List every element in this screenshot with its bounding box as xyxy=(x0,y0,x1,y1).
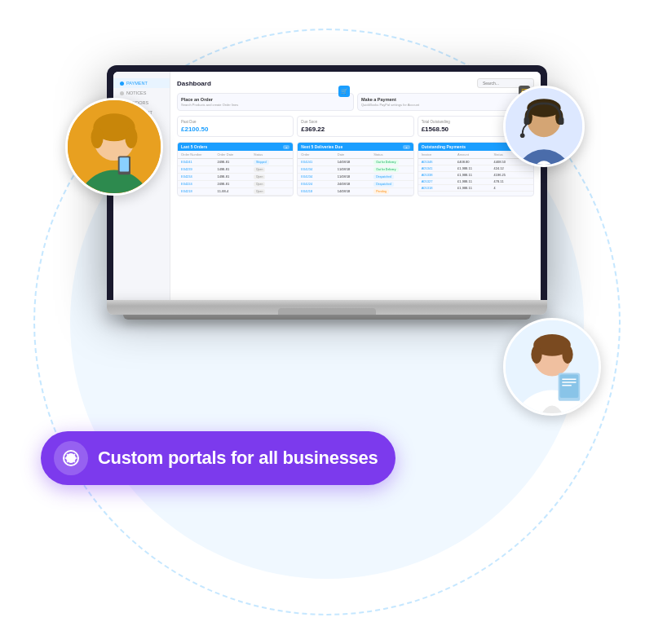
inv-amount-1: £408.80 xyxy=(457,160,493,164)
sidebar-dot-payment xyxy=(120,82,124,86)
order-status-5: Open xyxy=(254,189,289,194)
table-row: E04234 11/08/18 Out for Delivery xyxy=(298,166,413,174)
inv-amount-2: £1,988.11 xyxy=(457,166,493,170)
stat-due-soon-label: Due Soon xyxy=(301,120,409,124)
status-badge-open-4: Open xyxy=(254,182,266,187)
del-status-5: Pending xyxy=(373,189,409,194)
order-date-1: 2498-81 xyxy=(217,160,253,165)
badge-label: Custom portals for all businesses xyxy=(98,448,378,469)
del-date-2: 11/08/18 xyxy=(338,167,373,172)
laptop-screen: PAYMENT NOTICES VENDORS DOCUMENT xyxy=(113,72,541,300)
sidebar-label-notices: NOTICES xyxy=(126,90,146,95)
del-status-badge-4: Despatched xyxy=(373,182,394,187)
del-status-badge-2: Out for Delivery xyxy=(373,167,398,172)
sidebar-item-notices[interactable]: NOTICES xyxy=(113,88,170,98)
order-num-5[interactable]: E04218 xyxy=(181,189,217,194)
table-orders-title: Last 5 Orders xyxy=(181,144,207,149)
del-status-badge-3: Despatched xyxy=(373,174,394,179)
del-order-4[interactable]: E04224 xyxy=(301,182,337,187)
order-card-title: Place an Order xyxy=(181,97,350,102)
order-status-3: Open xyxy=(254,174,289,179)
avatar-man-right xyxy=(503,86,585,167)
table-deliveries: Next 5 Deliveries Due + Order Date Statu… xyxy=(297,142,413,196)
scene: PAYMENT NOTICES VENDORS DOCUMENT xyxy=(0,0,654,644)
status-badge-open-5: Open xyxy=(254,189,266,194)
table-row: E04234 11/08/18 Despatched xyxy=(298,174,413,181)
stat-past-due-label: Past Due xyxy=(181,120,289,124)
del-status-badge-5: Pending xyxy=(373,189,389,194)
laptop-base xyxy=(107,300,547,315)
dashboard-topbar: Dashboard xyxy=(177,78,534,88)
svg-point-5 xyxy=(125,126,137,148)
svg-rect-16 xyxy=(559,117,564,125)
order-card-sub: Search Products and create Order lines xyxy=(181,103,350,107)
del-status-1: Out for Delivery xyxy=(373,160,409,165)
order-date-4: 2498-81 xyxy=(217,182,253,187)
quick-action-order[interactable]: 🛒 Place an Order Search Products and cre… xyxy=(177,93,354,111)
dashboard-title: Dashboard xyxy=(177,80,211,87)
payment-card-title: Make a Payment xyxy=(361,97,530,102)
stat-past-due-value: £2100.50 xyxy=(181,126,289,133)
col-del-date: Date xyxy=(338,152,373,157)
custom-portals-badge: Custom portals for all businesses xyxy=(41,431,395,485)
stats-row: Past Due £2100.50 Due Soon £369.22 Total… xyxy=(177,116,534,137)
svg-point-24 xyxy=(562,345,572,364)
inv-num-2[interactable]: A05341 xyxy=(422,166,457,170)
tables-row: Last 5 Orders + Order Number Order Date … xyxy=(177,142,534,196)
dashboard-main: Dashboard 🛒 Place an Order Search Produc… xyxy=(170,72,541,300)
order-date-5: 11-88-4 xyxy=(217,189,253,194)
inv-num-5[interactable]: A05318 xyxy=(422,186,457,190)
svg-point-17 xyxy=(520,133,525,138)
table-row: A05327 £1,988.11 £78.11 xyxy=(418,179,533,185)
inv-amount-5: £1,988.11 xyxy=(457,186,493,190)
order-num-4[interactable]: E04224 xyxy=(181,182,217,187)
svg-point-4 xyxy=(91,126,104,148)
stat-past-due: Past Due £2100.50 xyxy=(177,116,294,137)
table-row: A05341 £1,988.11 £24.12 xyxy=(418,165,533,172)
order-num-3[interactable]: E04234 xyxy=(181,174,217,179)
table-deliveries-title: Next 5 Deliveries Due xyxy=(301,144,342,149)
svg-rect-7 xyxy=(120,157,129,171)
table-row: A05318 £1,988.11 £ xyxy=(418,185,533,192)
table-orders: Last 5 Orders + Order Number Order Date … xyxy=(177,142,294,196)
col-del-status: Status xyxy=(373,152,409,157)
del-status-2: Out for Delivery xyxy=(373,167,409,172)
laptop-foot xyxy=(123,315,531,320)
del-order-1[interactable]: E04241 xyxy=(301,160,337,165)
order-date-2: 1498-81 xyxy=(217,167,253,172)
table-orders-badge: + xyxy=(283,145,289,149)
inv-num-1[interactable]: A05346 xyxy=(422,160,457,164)
del-status-badge-1: Out for Delivery xyxy=(373,160,398,165)
table-row: A05338 £1,988.11 £196.25 xyxy=(418,172,533,179)
inv-status-4: £78.11 xyxy=(494,179,530,183)
table-payments-title: Outstanding Payments xyxy=(422,144,466,149)
order-num-1[interactable]: E04241 xyxy=(181,160,217,165)
col-order-date: Order Date xyxy=(217,152,253,157)
table-row: E04218 14/08/18 Pending xyxy=(298,188,413,196)
svg-point-23 xyxy=(531,345,541,364)
del-date-4: 24/08/18 xyxy=(338,182,373,187)
order-num-2[interactable]: E04239 xyxy=(181,167,217,172)
order-date-3: 1498-81 xyxy=(217,174,253,179)
svg-rect-26 xyxy=(560,375,579,399)
table-deliveries-columns: Order Date Status xyxy=(298,151,413,159)
del-status-4: Despatched xyxy=(373,182,409,187)
inv-status-5: £ xyxy=(494,186,530,190)
quick-actions-row: 🛒 Place an Order Search Products and cre… xyxy=(177,93,534,111)
col-del-order: Order xyxy=(301,152,337,157)
del-order-2[interactable]: E04234 xyxy=(301,167,337,172)
del-order-3[interactable]: E04234 xyxy=(301,174,337,179)
table-row: E04241 14/08/18 Out for Delivery xyxy=(298,159,413,166)
order-icon: 🛒 xyxy=(338,86,350,97)
inv-amount-4: £1,988.11 xyxy=(457,179,493,183)
del-date-5: 14/08/18 xyxy=(338,189,373,194)
inv-status-2: £24.12 xyxy=(494,166,530,170)
sidebar-item-payment[interactable]: PAYMENT xyxy=(113,78,170,88)
avatar-woman-right xyxy=(503,318,601,416)
inv-num-4[interactable]: A05327 xyxy=(422,179,457,183)
order-status-1: Shipped xyxy=(254,160,289,165)
inv-num-3[interactable]: A05338 xyxy=(422,173,457,177)
table-row: E04239 1498-81 Open xyxy=(178,166,293,174)
table-deliveries-header: Next 5 Deliveries Due + xyxy=(298,143,413,151)
del-order-5[interactable]: E04218 xyxy=(301,189,337,194)
